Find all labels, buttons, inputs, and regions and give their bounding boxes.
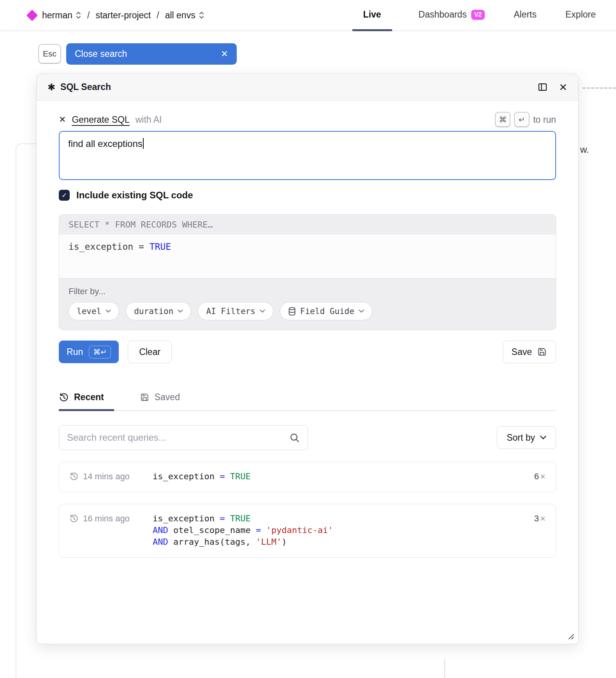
nav-tab-live[interactable]: Live — [352, 0, 392, 31]
close-icon: ✕ — [59, 115, 66, 124]
times-icon: × — [540, 513, 546, 524]
query-time: 14 mins ago — [69, 471, 153, 482]
env-selector[interactable]: all envs — [165, 10, 204, 21]
sql-editor: SELECT * FROM RECORDS WHERE… is_exceptio… — [59, 214, 556, 330]
sparkle-icon: ✱ — [48, 82, 55, 93]
chevron-down-icon — [178, 309, 183, 313]
filter-chip-level[interactable]: level — [69, 302, 119, 320]
tab-saved[interactable]: Saved — [140, 392, 180, 411]
filter-chip-field-guide[interactable]: Field Guide — [280, 302, 372, 320]
query-time: 16 mins ago — [69, 514, 153, 524]
query-run-count: 6 × — [534, 471, 546, 482]
breadcrumb: herman / starter-project / all envs — [0, 0, 204, 30]
background-dashed-line — [583, 87, 616, 89]
run-button[interactable]: Run ⌘↵ — [59, 341, 119, 363]
history-clock-icon — [59, 392, 69, 403]
text-cursor — [143, 138, 144, 149]
close-search-button[interactable]: Close search ✕ — [66, 43, 237, 65]
recent-query-row[interactable]: 14 mins ago is_exception = TRUE 6 × — [59, 462, 556, 492]
updown-selector-icon — [199, 11, 204, 19]
history-clock-icon — [69, 514, 79, 523]
sql-editor-code[interactable]: is_exception = TRUE — [59, 235, 556, 278]
close-search-label: Close search — [75, 49, 127, 59]
close-icon: ✕ — [221, 49, 228, 59]
org-selector[interactable]: herman — [42, 10, 81, 21]
ai-prompt-input[interactable]: find all exceptions — [59, 131, 556, 180]
filter-chip-duration[interactable]: duration — [126, 302, 191, 320]
close-icon: ✕ — [559, 81, 567, 93]
tab-recent[interactable]: Recent — [59, 392, 114, 411]
query-code: is_exception = TRUE AND otel_scope_name … — [153, 513, 534, 548]
nav-tab-explore[interactable]: Explore — [563, 0, 598, 31]
sort-by-button[interactable]: Sort by — [497, 426, 556, 449]
recent-search-row: Sort by — [59, 425, 556, 450]
filter-chips: level duration AI Filters Field Guide — [69, 302, 546, 320]
generate-sql-row: ✕ Generate SQL with AI ⌘ ↵ to run — [59, 111, 556, 128]
history-tabs: Recent Saved — [59, 392, 556, 411]
check-icon: ✓ — [62, 191, 67, 200]
filter-by-label: Filter by... — [69, 286, 546, 297]
chevron-down-icon — [106, 309, 111, 313]
ai-prompt-value: find all exceptions — [68, 138, 143, 149]
generate-sql-link[interactable]: Generate SQL — [72, 115, 129, 125]
org-name: herman — [42, 10, 72, 21]
include-sql-label: Include existing SQL code — [76, 190, 193, 201]
sql-editor-header: SELECT * FROM RECORDS WHERE… — [59, 215, 556, 235]
v2-badge: V2 — [471, 10, 485, 20]
dock-panel-button[interactable] — [537, 82, 548, 92]
history-clock-icon — [69, 472, 79, 481]
recent-search-box[interactable] — [59, 425, 308, 450]
enter-key-hint: ↵ — [514, 112, 530, 127]
search-icon — [289, 433, 300, 443]
include-sql-checkbox[interactable]: ✓ — [59, 190, 70, 201]
database-icon — [288, 307, 296, 316]
action-buttons-row: Run ⌘↵ Clear Save — [59, 341, 556, 363]
query-code: is_exception = TRUE — [153, 471, 534, 482]
clear-button[interactable]: Clear — [128, 341, 172, 363]
generate-sql-suffix: with AI — [136, 115, 162, 125]
times-icon: × — [540, 471, 546, 482]
split-panel-icon — [537, 82, 548, 92]
recent-query-row[interactable]: 16 mins ago is_exception = TRUE AND otel… — [59, 504, 556, 558]
include-sql-row: ✓ Include existing SQL code — [59, 189, 556, 201]
dismiss-generate-button[interactable]: ✕ — [59, 115, 66, 125]
modal-close-button[interactable]: ✕ — [559, 82, 567, 92]
recent-search-input[interactable] — [67, 432, 285, 443]
to-run-hint: to run — [533, 115, 556, 125]
esc-key-hint: Esc — [38, 44, 61, 64]
chevron-down-icon — [359, 309, 364, 313]
sql-code-true: TRUE — [150, 242, 171, 252]
saved-floppy-icon — [140, 392, 150, 402]
logfire-logo-icon — [26, 9, 38, 21]
save-floppy-icon — [537, 347, 547, 357]
chevron-down-icon — [260, 309, 265, 313]
sql-search-modal: ✱ SQL Search ✕ ✕ Generate SQL with AI ⌘ — [36, 74, 579, 644]
nav-tab-alerts[interactable]: Alerts — [511, 0, 539, 31]
primary-nav: Live Dashboards V2 Alerts Explore — [352, 0, 616, 30]
sql-code-plain: is_exception = — [69, 242, 150, 252]
modal-header: ✱ SQL Search ✕ — [37, 74, 578, 101]
project-name[interactable]: starter-project — [95, 10, 151, 21]
background-clipped-text: w. — [580, 144, 589, 155]
filter-section: Filter by... level duration AI Filters — [59, 278, 556, 330]
filter-chip-ai-filters[interactable]: AI Filters — [198, 302, 273, 320]
breadcrumb-separator: / — [87, 10, 90, 21]
top-navigation-bar: herman / starter-project / all envs Live… — [0, 0, 616, 31]
query-run-count: 3 × — [534, 513, 546, 524]
updown-selector-icon — [76, 11, 81, 19]
recent-query-list: 14 mins ago is_exception = TRUE 6 × 16 m… — [59, 462, 556, 558]
resize-handle[interactable] — [566, 631, 575, 641]
env-name: all envs — [165, 10, 195, 21]
run-kbd-hint: ⌘↵ — [89, 346, 111, 358]
background-bottom-line — [444, 659, 445, 678]
breadcrumb-separator: / — [157, 10, 159, 21]
nav-tab-dashboards[interactable]: Dashboards V2 — [416, 0, 488, 31]
chevron-down-icon — [540, 436, 546, 440]
cmd-key-hint: ⌘ — [495, 112, 510, 127]
modal-body: ✕ Generate SQL with AI ⌘ ↵ to run find a… — [37, 111, 578, 655]
modal-title: SQL Search — [60, 82, 111, 92]
save-button[interactable]: Save — [503, 341, 556, 363]
